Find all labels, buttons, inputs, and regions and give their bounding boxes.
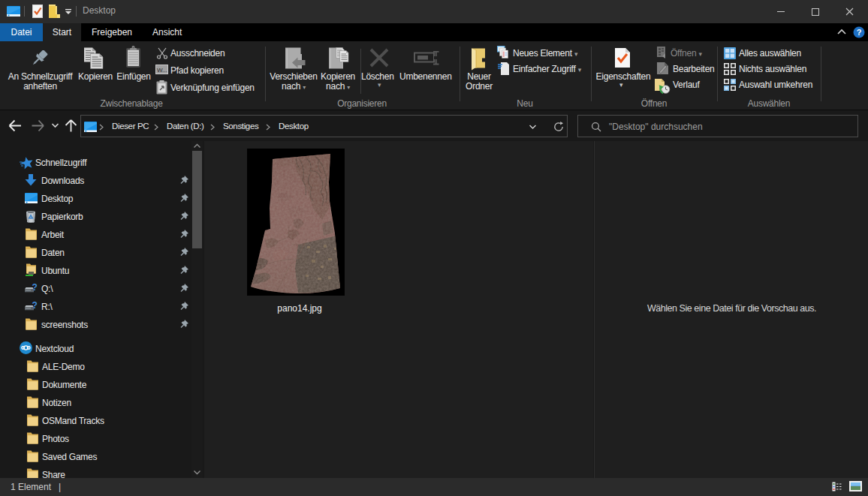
svg-text:?: ? — [32, 300, 38, 311]
svg-text:?: ? — [32, 282, 38, 293]
svg-text:?: ? — [857, 28, 862, 37]
svg-text:W...: W... — [157, 67, 167, 74]
